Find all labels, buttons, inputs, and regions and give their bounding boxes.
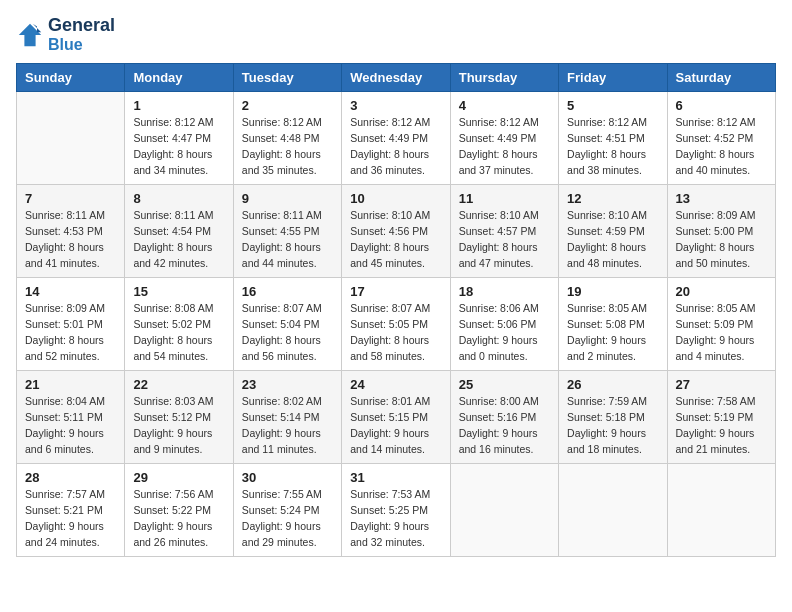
- day-info: Sunrise: 8:10 AM Sunset: 4:59 PM Dayligh…: [567, 208, 658, 271]
- day-info: Sunrise: 8:07 AM Sunset: 5:04 PM Dayligh…: [242, 301, 333, 364]
- column-header-friday: Friday: [559, 64, 667, 92]
- calendar-cell: 14Sunrise: 8:09 AM Sunset: 5:01 PM Dayli…: [17, 278, 125, 371]
- calendar-cell: 21Sunrise: 8:04 AM Sunset: 5:11 PM Dayli…: [17, 371, 125, 464]
- calendar-cell: 17Sunrise: 8:07 AM Sunset: 5:05 PM Dayli…: [342, 278, 450, 371]
- calendar-cell: 20Sunrise: 8:05 AM Sunset: 5:09 PM Dayli…: [667, 278, 775, 371]
- day-number: 23: [242, 377, 333, 392]
- calendar-cell: 3Sunrise: 8:12 AM Sunset: 4:49 PM Daylig…: [342, 92, 450, 185]
- day-number: 28: [25, 470, 116, 485]
- calendar-cell: 9Sunrise: 8:11 AM Sunset: 4:55 PM Daylig…: [233, 185, 341, 278]
- day-info: Sunrise: 7:59 AM Sunset: 5:18 PM Dayligh…: [567, 394, 658, 457]
- day-info: Sunrise: 8:09 AM Sunset: 5:00 PM Dayligh…: [676, 208, 767, 271]
- week-row-5: 28Sunrise: 7:57 AM Sunset: 5:21 PM Dayli…: [17, 464, 776, 557]
- calendar-cell: 29Sunrise: 7:56 AM Sunset: 5:22 PM Dayli…: [125, 464, 233, 557]
- week-row-1: 1Sunrise: 8:12 AM Sunset: 4:47 PM Daylig…: [17, 92, 776, 185]
- day-info: Sunrise: 7:58 AM Sunset: 5:19 PM Dayligh…: [676, 394, 767, 457]
- calendar-cell: 8Sunrise: 8:11 AM Sunset: 4:54 PM Daylig…: [125, 185, 233, 278]
- day-info: Sunrise: 7:53 AM Sunset: 5:25 PM Dayligh…: [350, 487, 441, 550]
- calendar-cell: 25Sunrise: 8:00 AM Sunset: 5:16 PM Dayli…: [450, 371, 558, 464]
- day-number: 7: [25, 191, 116, 206]
- day-number: 13: [676, 191, 767, 206]
- day-number: 30: [242, 470, 333, 485]
- calendar-cell: 10Sunrise: 8:10 AM Sunset: 4:56 PM Dayli…: [342, 185, 450, 278]
- day-number: 2: [242, 98, 333, 113]
- day-number: 14: [25, 284, 116, 299]
- calendar-cell: 16Sunrise: 8:07 AM Sunset: 5:04 PM Dayli…: [233, 278, 341, 371]
- day-number: 27: [676, 377, 767, 392]
- calendar-cell: 15Sunrise: 8:08 AM Sunset: 5:02 PM Dayli…: [125, 278, 233, 371]
- header: GeneralBlue: [16, 16, 776, 53]
- svg-marker-0: [19, 23, 41, 45]
- day-number: 1: [133, 98, 224, 113]
- calendar-cell: 28Sunrise: 7:57 AM Sunset: 5:21 PM Dayli…: [17, 464, 125, 557]
- logo-icon: [16, 21, 44, 49]
- day-info: Sunrise: 8:05 AM Sunset: 5:08 PM Dayligh…: [567, 301, 658, 364]
- day-number: 31: [350, 470, 441, 485]
- day-info: Sunrise: 8:02 AM Sunset: 5:14 PM Dayligh…: [242, 394, 333, 457]
- calendar-cell: 4Sunrise: 8:12 AM Sunset: 4:49 PM Daylig…: [450, 92, 558, 185]
- day-number: 17: [350, 284, 441, 299]
- day-number: 6: [676, 98, 767, 113]
- day-number: 10: [350, 191, 441, 206]
- calendar-cell: 22Sunrise: 8:03 AM Sunset: 5:12 PM Dayli…: [125, 371, 233, 464]
- day-info: Sunrise: 8:12 AM Sunset: 4:47 PM Dayligh…: [133, 115, 224, 178]
- day-info: Sunrise: 8:12 AM Sunset: 4:49 PM Dayligh…: [350, 115, 441, 178]
- calendar-cell: 13Sunrise: 8:09 AM Sunset: 5:00 PM Dayli…: [667, 185, 775, 278]
- column-header-wednesday: Wednesday: [342, 64, 450, 92]
- day-number: 22: [133, 377, 224, 392]
- day-number: 9: [242, 191, 333, 206]
- day-info: Sunrise: 8:00 AM Sunset: 5:16 PM Dayligh…: [459, 394, 550, 457]
- calendar-cell: 7Sunrise: 8:11 AM Sunset: 4:53 PM Daylig…: [17, 185, 125, 278]
- week-row-4: 21Sunrise: 8:04 AM Sunset: 5:11 PM Dayli…: [17, 371, 776, 464]
- day-number: 21: [25, 377, 116, 392]
- column-header-thursday: Thursday: [450, 64, 558, 92]
- column-header-monday: Monday: [125, 64, 233, 92]
- calendar-cell: 23Sunrise: 8:02 AM Sunset: 5:14 PM Dayli…: [233, 371, 341, 464]
- day-number: 18: [459, 284, 550, 299]
- day-number: 11: [459, 191, 550, 206]
- day-number: 26: [567, 377, 658, 392]
- day-info: Sunrise: 8:01 AM Sunset: 5:15 PM Dayligh…: [350, 394, 441, 457]
- calendar-cell: 2Sunrise: 8:12 AM Sunset: 4:48 PM Daylig…: [233, 92, 341, 185]
- calendar-cell: [450, 464, 558, 557]
- calendar-cell: 6Sunrise: 8:12 AM Sunset: 4:52 PM Daylig…: [667, 92, 775, 185]
- day-number: 8: [133, 191, 224, 206]
- day-info: Sunrise: 8:12 AM Sunset: 4:52 PM Dayligh…: [676, 115, 767, 178]
- day-number: 5: [567, 98, 658, 113]
- day-info: Sunrise: 8:08 AM Sunset: 5:02 PM Dayligh…: [133, 301, 224, 364]
- day-number: 4: [459, 98, 550, 113]
- day-number: 25: [459, 377, 550, 392]
- day-info: Sunrise: 8:11 AM Sunset: 4:54 PM Dayligh…: [133, 208, 224, 271]
- calendar-cell: 1Sunrise: 8:12 AM Sunset: 4:47 PM Daylig…: [125, 92, 233, 185]
- day-info: Sunrise: 8:11 AM Sunset: 4:53 PM Dayligh…: [25, 208, 116, 271]
- logo: GeneralBlue: [16, 16, 115, 53]
- calendar-cell: [17, 92, 125, 185]
- day-info: Sunrise: 8:12 AM Sunset: 4:48 PM Dayligh…: [242, 115, 333, 178]
- day-info: Sunrise: 8:05 AM Sunset: 5:09 PM Dayligh…: [676, 301, 767, 364]
- column-header-tuesday: Tuesday: [233, 64, 341, 92]
- calendar-cell: 19Sunrise: 8:05 AM Sunset: 5:08 PM Dayli…: [559, 278, 667, 371]
- calendar-cell: 31Sunrise: 7:53 AM Sunset: 5:25 PM Dayli…: [342, 464, 450, 557]
- calendar-cell: [667, 464, 775, 557]
- week-row-3: 14Sunrise: 8:09 AM Sunset: 5:01 PM Dayli…: [17, 278, 776, 371]
- day-number: 24: [350, 377, 441, 392]
- day-number: 3: [350, 98, 441, 113]
- calendar-cell: 11Sunrise: 8:10 AM Sunset: 4:57 PM Dayli…: [450, 185, 558, 278]
- calendar-cell: 5Sunrise: 8:12 AM Sunset: 4:51 PM Daylig…: [559, 92, 667, 185]
- logo-text: GeneralBlue: [48, 16, 115, 53]
- day-info: Sunrise: 8:06 AM Sunset: 5:06 PM Dayligh…: [459, 301, 550, 364]
- day-number: 16: [242, 284, 333, 299]
- day-number: 19: [567, 284, 658, 299]
- column-header-saturday: Saturday: [667, 64, 775, 92]
- day-info: Sunrise: 8:09 AM Sunset: 5:01 PM Dayligh…: [25, 301, 116, 364]
- day-info: Sunrise: 8:10 AM Sunset: 4:57 PM Dayligh…: [459, 208, 550, 271]
- day-number: 15: [133, 284, 224, 299]
- calendar-header-row: SundayMondayTuesdayWednesdayThursdayFrid…: [17, 64, 776, 92]
- calendar-cell: 30Sunrise: 7:55 AM Sunset: 5:24 PM Dayli…: [233, 464, 341, 557]
- day-info: Sunrise: 8:12 AM Sunset: 4:49 PM Dayligh…: [459, 115, 550, 178]
- day-info: Sunrise: 7:57 AM Sunset: 5:21 PM Dayligh…: [25, 487, 116, 550]
- calendar-table: SundayMondayTuesdayWednesdayThursdayFrid…: [16, 63, 776, 557]
- column-header-sunday: Sunday: [17, 64, 125, 92]
- day-info: Sunrise: 8:07 AM Sunset: 5:05 PM Dayligh…: [350, 301, 441, 364]
- calendar-cell: 18Sunrise: 8:06 AM Sunset: 5:06 PM Dayli…: [450, 278, 558, 371]
